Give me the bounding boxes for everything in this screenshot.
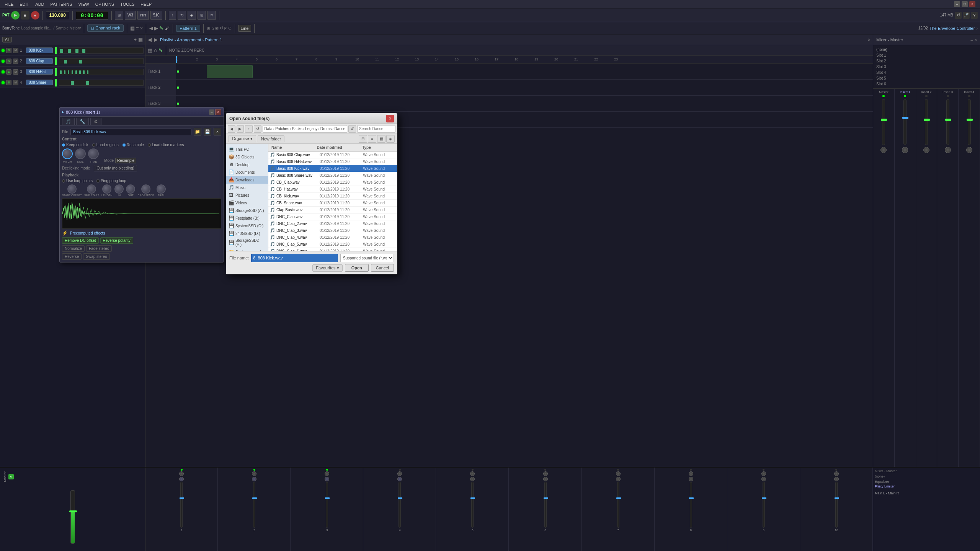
cr-add-icon[interactable]: + <box>134 37 137 42</box>
play-button[interactable]: ▶ <box>11 11 20 20</box>
tool-icon-5[interactable]: ≋ <box>207 11 216 20</box>
cr-solo2-2[interactable]: M <box>13 59 18 64</box>
line-dropdown[interactable]: Line <box>238 25 252 32</box>
cr-name-3[interactable]: 808 HiHat <box>26 69 53 75</box>
cr-seq-1[interactable] <box>59 47 144 54</box>
menu-item-view[interactable]: VIEW <box>75 1 92 7</box>
align-icon[interactable]: ⊠ <box>215 26 219 31</box>
start-offset-knob[interactable] <box>67 184 77 194</box>
fd-newfolder-btn[interactable]: New folder <box>258 135 285 142</box>
tool-back[interactable]: ◀ <box>149 25 153 31</box>
cr-name-4[interactable]: 808 Snare <box>26 80 53 85</box>
in-knob[interactable] <box>114 184 124 194</box>
opt-load-regions[interactable]: Load regions <box>92 143 119 147</box>
master-fader-vertical[interactable] <box>70 490 75 544</box>
mixer-fader-track-master[interactable] <box>882 99 885 145</box>
metronome-icon[interactable]: ⊓⊓ <box>137 11 149 20</box>
mul-knob[interactable] <box>75 148 86 159</box>
fd-file-row-10[interactable]: 🎵 DNC_Clap_2.wav 01/12/2019 11:20 Wave S… <box>268 220 397 227</box>
cr-solo-3[interactable]: S <box>6 69 11 75</box>
plugin-file-save-btn[interactable]: 💾 <box>204 128 211 135</box>
fd-breadcrumb[interactable]: Data › Patches › Packs › Legacy › Drums … <box>263 125 348 133</box>
plugin-titlebar[interactable]: ▸ 808 Kick (Insert 1) – × <box>60 108 224 117</box>
tool-fwd[interactable]: ▶ <box>154 25 158 31</box>
cr-name-2[interactable]: 808 Clap <box>26 58 53 64</box>
mixer-knob-1[interactable] <box>902 147 908 153</box>
fd-sidebar-3d-objects[interactable]: 📦 3D Objects <box>226 153 268 161</box>
declicking-dropdown[interactable]: Out only (no bleeding) <box>94 165 137 171</box>
fd-col-type[interactable]: Type <box>361 145 395 150</box>
cr-solo2-1[interactable]: M <box>13 48 18 53</box>
mode-dropdown[interactable]: Resample <box>115 158 136 163</box>
mixer-fader-1[interactable] <box>903 99 906 145</box>
fd-sidebar-downloads[interactable]: 📥 Downloads <box>226 176 268 184</box>
stop-button[interactable]: ■ <box>21 11 29 20</box>
fd-file-row-0[interactable]: 🎵 Basic 808 Clap.wav 01/12/2019 11:20 Wa… <box>268 152 397 158</box>
fx-fade-stereo-btn[interactable]: Fade stereo <box>86 245 112 252</box>
fd-filename-input[interactable] <box>251 254 338 262</box>
cr-mute-2[interactable] <box>2 60 5 63</box>
snap-icon-2[interactable]: ⌂ <box>211 26 214 31</box>
bpm-display[interactable]: 130.000 <box>46 11 69 19</box>
icon-refresh[interactable]: ↺ <box>955 12 962 19</box>
loop-icon[interactable]: ↺ <box>220 26 223 31</box>
cpu-icon[interactable]: 510 <box>150 11 162 20</box>
fd-sidebar-storagessd2-e[interactable]: 💾 StorageSSD2 (E:) <box>226 237 268 248</box>
close-cr-icon[interactable]: × <box>140 25 143 31</box>
menu-item-patterns[interactable]: PATTERNS <box>47 1 75 7</box>
fd-view-icon-4[interactable]: ◈ <box>386 135 395 143</box>
mixer-minimize[interactable]: – <box>970 37 973 42</box>
cr-volume-2[interactable] <box>55 57 57 65</box>
close-button[interactable]: × <box>969 1 975 7</box>
menu-item-file[interactable]: FILE <box>2 1 16 7</box>
cr-seq-2[interactable] <box>59 58 144 64</box>
fd-back-btn[interactable]: ◀ <box>228 125 235 133</box>
cr-volume-3[interactable] <box>55 68 57 76</box>
fx-normalize-btn[interactable]: Normalize <box>62 245 85 252</box>
opt-pingpong[interactable]: Ping pong loop <box>96 179 126 183</box>
tool-pencil[interactable]: ✎ <box>159 25 163 31</box>
fx-reverse-polarity-btn[interactable]: Reverse polarity <box>100 237 133 244</box>
cr-mute-1[interactable] <box>2 49 5 52</box>
fd-file-row-12[interactable]: 🎵 DNC_Clap_4.wav 01/12/2019 11:20 Wave S… <box>268 234 397 241</box>
cr-solo2-4[interactable]: M <box>13 80 18 85</box>
view-icon-1[interactable]: ▦ <box>130 25 135 31</box>
plugin-file-del-btn[interactable]: × <box>214 128 221 135</box>
tab-icon-3[interactable]: ⚙ <box>90 118 101 125</box>
pattern-dropdown[interactable]: Pattern 1 <box>176 25 200 32</box>
fd-file-row-14[interactable]: 🎵 DNC_Clap_6.wav 01/12/2019 11:20 Wave S… <box>268 248 397 251</box>
length-knob[interactable] <box>102 184 111 194</box>
pr-snap-icon[interactable]: ⌂ <box>154 47 157 53</box>
menu-item-tools[interactable]: TOOLS <box>117 1 137 7</box>
opt-use-loop[interactable]: Use loop points <box>62 179 93 183</box>
mixer-slot-5[interactable]: Slot 5 <box>875 75 978 81</box>
cr-view-icon[interactable]: ▦ <box>138 37 143 42</box>
fx-reverse-btn[interactable]: Reverse <box>62 253 82 260</box>
tool-icon-4[interactable]: ⊞ <box>198 11 206 20</box>
fd-forward-btn[interactable]: ▶ <box>237 125 244 133</box>
fd-sidebar-pictures[interactable]: 🖼 Pictures <box>226 191 268 199</box>
mixer-knob-master[interactable] <box>880 147 887 153</box>
paste-icon[interactable]: ⎘ <box>224 26 227 31</box>
playlist-close[interactable]: × <box>867 37 871 42</box>
envelope-controller-name[interactable]: The Envelope Controller <box>929 26 975 31</box>
trans-knob-1[interactable] <box>179 471 184 476</box>
fd-file-row-6[interactable]: 🎵 CB_Kick.wav 01/12/2019 11:20 Wave Soun… <box>268 193 397 200</box>
pr-grid-icon[interactable]: ▦ <box>148 47 152 53</box>
mixer-close[interactable]: × <box>975 37 977 42</box>
fd-sidebar-music[interactable]: 🎵 Music <box>226 184 268 191</box>
cr-volume-1[interactable] <box>55 47 57 54</box>
fx-remove-dc-btn[interactable]: Remove DC offset <box>62 237 99 244</box>
out-knob[interactable] <box>126 184 135 194</box>
playlist-fwd-icon[interactable]: ▶ <box>154 37 158 42</box>
cr-solo-1[interactable]: S <box>6 48 11 53</box>
fd-view-icon-1[interactable]: ⊞ <box>359 135 367 143</box>
record-button[interactable]: ● <box>31 11 39 20</box>
fd-view-icon-3[interactable]: ▦ <box>377 135 385 143</box>
cr-mute-4[interactable] <box>2 81 5 84</box>
fd-sidebar-festplatte-b[interactable]: 💾 Festplatte (B:) <box>226 214 268 222</box>
cr-all-dropdown[interactable]: All <box>2 37 12 42</box>
fd-open-btn[interactable]: Open <box>345 264 369 272</box>
opt-resample[interactable]: Resample <box>122 143 144 147</box>
fd-cancel-btn[interactable]: Cancel <box>371 264 394 272</box>
